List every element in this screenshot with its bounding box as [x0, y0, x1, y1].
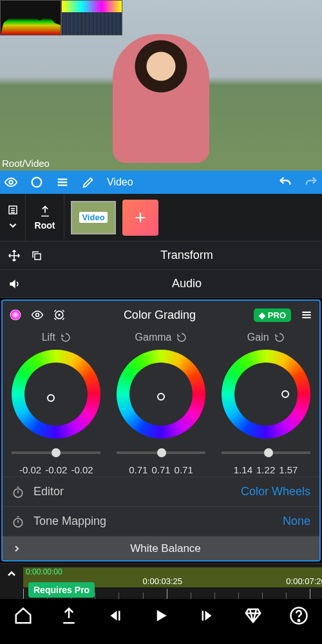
- diamond-icon: ◆: [259, 310, 265, 320]
- timecode-mid: 0:00:03:25: [143, 576, 182, 586]
- circle-icon[interactable]: [30, 175, 44, 189]
- root-label: Root: [35, 220, 55, 231]
- root-button[interactable]: Root: [26, 194, 64, 241]
- menu-icon[interactable]: [300, 308, 313, 321]
- edit-icon[interactable]: [81, 175, 95, 189]
- layer-row: Root Video +: [0, 194, 322, 242]
- preview-area: Root/Video: [0, 0, 322, 171]
- wheel-values: 0.710.710.71: [129, 464, 193, 475]
- color-grading-header: Color Grading ◆ PRO: [3, 301, 319, 329]
- stopwatch-icon: [12, 486, 24, 498]
- pro-badge[interactable]: ◆ PRO: [254, 308, 291, 322]
- chevron-right-icon: [12, 544, 22, 554]
- wheel-label: Gain: [247, 332, 285, 343]
- svg-rect-3: [35, 254, 41, 260]
- wheel-label: Lift: [42, 332, 71, 343]
- audio-panel-header[interactable]: Audio: [0, 270, 322, 298]
- color-wheel[interactable]: [12, 350, 100, 439]
- wheel-values: 1.141.221.57: [234, 464, 298, 475]
- export-icon[interactable]: [59, 606, 79, 625]
- toolbar-title: Video: [107, 176, 133, 188]
- target-icon[interactable]: [53, 308, 66, 321]
- waveform-scope[interactable]: [0, 0, 61, 35]
- wheel-gamma: Gamma0.710.710.71: [110, 332, 212, 475]
- luminance-slider[interactable]: [12, 445, 100, 460]
- add-clip-button[interactable]: +: [122, 200, 158, 236]
- chevron-up-icon[interactable]: [5, 567, 18, 580]
- svg-point-0: [9, 180, 13, 184]
- step-forward-icon[interactable]: [197, 606, 216, 625]
- wheel-label: Gamma: [135, 332, 187, 343]
- wheel-handle[interactable]: [281, 390, 289, 398]
- editor-label: Editor: [33, 485, 241, 498]
- undo-icon[interactable]: [278, 175, 292, 189]
- luminance-slider[interactable]: [222, 445, 310, 460]
- editor-value: Color Wheels: [241, 485, 310, 498]
- upload-icon: [39, 205, 52, 218]
- parade-scope[interactable]: [61, 0, 122, 35]
- list-icon[interactable]: [7, 204, 19, 216]
- clip-label: Video: [79, 212, 107, 223]
- white-balance-row[interactable]: White Balance: [3, 536, 319, 560]
- clip-thumbnail[interactable]: Video: [71, 201, 116, 234]
- wheel-handle[interactable]: [157, 393, 165, 401]
- step-back-icon[interactable]: [106, 606, 125, 625]
- move-icon: [8, 249, 21, 262]
- color-wheels-row: Lift-0.02-0.02-0.02Gamma0.710.710.71Gain…: [3, 329, 319, 477]
- menu-icon[interactable]: [55, 175, 70, 189]
- color-wheel-icon[interactable]: [9, 308, 22, 321]
- wheel-lift: Lift-0.02-0.02-0.02: [5, 332, 107, 475]
- color-grading-title: Color Grading: [75, 308, 245, 322]
- transform-title: Transform: [52, 249, 322, 262]
- bottom-nav: [0, 599, 322, 632]
- timecode-end: 0:00:07:20: [286, 576, 322, 586]
- visibility-icon[interactable]: [31, 308, 44, 321]
- stopwatch-icon: [12, 515, 24, 528]
- color-wheel[interactable]: [117, 350, 205, 439]
- help-icon[interactable]: [289, 606, 308, 625]
- svg-point-1: [32, 178, 42, 187]
- plus-icon: +: [135, 207, 146, 229]
- svg-point-6: [36, 314, 39, 317]
- reset-icon[interactable]: [176, 332, 187, 343]
- audio-title: Audio: [52, 277, 322, 290]
- speaker-icon: [8, 278, 21, 290]
- wheel-gain: Gain1.141.221.57: [215, 332, 317, 475]
- wheel-handle[interactable]: [47, 394, 55, 402]
- svg-point-5: [11, 310, 21, 320]
- wheel-values: -0.02-0.02-0.02: [19, 464, 93, 475]
- breadcrumb: Root/Video: [2, 158, 50, 169]
- luminance-slider[interactable]: [117, 445, 205, 460]
- svg-point-8: [59, 314, 60, 316]
- play-icon[interactable]: [151, 606, 171, 625]
- reset-icon[interactable]: [61, 332, 71, 343]
- redo-icon[interactable]: [304, 175, 318, 189]
- color-grading-panel: Color Grading ◆ PRO Lift-0.02-0.02-0.02G…: [1, 299, 321, 562]
- copy-icon: [31, 250, 43, 261]
- color-wheel[interactable]: [222, 350, 310, 439]
- editor-toolbar: Video: [0, 171, 322, 194]
- white-balance-label: White Balance: [33, 542, 298, 555]
- diamond-icon[interactable]: [243, 606, 263, 625]
- requires-pro-badge[interactable]: Requires Pro: [28, 582, 95, 598]
- timecode-start: 0:00:00:00: [26, 567, 62, 576]
- tone-mapping-row[interactable]: Tone Mapping None: [3, 506, 319, 536]
- timeline[interactable]: 0:00:00:00 0:00:03:25 0:00:07:20 Require…: [0, 563, 322, 599]
- chevron-down-icon[interactable]: [7, 220, 19, 231]
- scopes: [0, 0, 122, 35]
- visibility-icon[interactable]: [4, 175, 18, 189]
- transform-panel-header[interactable]: Transform: [0, 242, 322, 270]
- svg-point-12: [298, 620, 300, 621]
- tone-label: Tone Mapping: [33, 515, 283, 528]
- reset-icon[interactable]: [274, 332, 285, 343]
- home-icon[interactable]: [14, 606, 33, 625]
- editor-row[interactable]: Editor Color Wheels: [3, 477, 319, 506]
- tone-value: None: [283, 515, 310, 528]
- layer-side-controls: [0, 194, 26, 241]
